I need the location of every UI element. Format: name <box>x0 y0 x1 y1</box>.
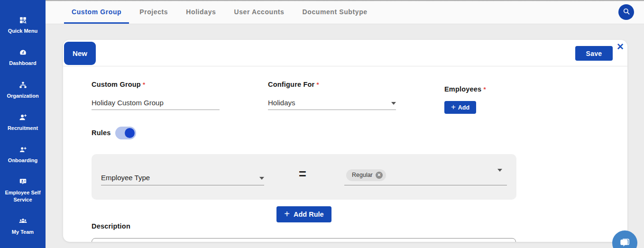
rules-label: Rules <box>92 129 111 137</box>
sidebar-item-label: My Team <box>12 229 34 235</box>
required-mark: * <box>143 81 145 88</box>
tab-user-accounts[interactable]: User Accounts <box>226 0 292 24</box>
sidebar-item-label: Organization <box>7 92 38 99</box>
organization-icon <box>19 81 27 89</box>
rule-operator: = <box>299 167 306 182</box>
chevron-down-icon <box>391 102 396 105</box>
sidebar-item-label: Dashboard <box>9 60 36 66</box>
sidebar: Quick Menu Dashboard Organization Recrui… <box>0 0 46 248</box>
sidebar-item-organization[interactable]: Organization <box>1 81 45 99</box>
custom-group-input[interactable]: Holiday Custom Group <box>92 97 220 110</box>
sidebar-item-my-team[interactable]: My Team <box>1 217 45 235</box>
sidebar-item-employee-self-service[interactable]: Employee Self Service <box>1 178 45 203</box>
custom-group-value: Holiday Custom Group <box>92 99 164 107</box>
configure-for-select[interactable]: Holidays <box>268 97 396 110</box>
person-plus-icon <box>19 113 27 121</box>
sidebar-item-dashboard[interactable]: Dashboard <box>1 48 45 66</box>
plus-icon: + <box>451 103 456 111</box>
configure-for-value: Holidays <box>268 99 295 107</box>
description-label: Description <box>92 222 130 230</box>
tab-custom-group[interactable]: Custom Group <box>64 0 129 24</box>
header-divider <box>63 66 627 66</box>
person-plus-icon <box>19 146 27 154</box>
sidebar-item-label: Recruitment <box>8 125 38 131</box>
rule-value-select[interactable]: Regular ✕ <box>344 164 507 185</box>
employees-label: Employees* <box>444 85 486 93</box>
rules-toggle[interactable] <box>115 127 136 139</box>
tab-projects[interactable]: Projects <box>132 0 175 24</box>
description-textarea[interactable] <box>92 238 516 242</box>
chip-label: Regular <box>352 172 373 178</box>
chip-remove-icon[interactable]: ✕ <box>376 172 383 179</box>
rule-field-select[interactable]: Employee Type <box>101 172 264 185</box>
sidebar-item-label: Employee Self Service <box>1 189 45 203</box>
chevron-down-icon <box>259 177 264 180</box>
sidebar-item-label: Quick Menu <box>8 28 37 34</box>
save-button[interactable]: Save <box>575 46 613 61</box>
chevron-down-icon <box>497 169 502 172</box>
sidebar-item-quick-menu[interactable]: Quick Menu <box>1 16 45 34</box>
add-employees-button[interactable]: + Add <box>444 101 476 114</box>
sidebar-item-onboarding[interactable]: Onboarding <box>1 146 45 164</box>
tab-document-subtype[interactable]: Document Subtype <box>295 0 375 24</box>
plus-icon: + <box>284 209 290 219</box>
toggle-thumb <box>125 128 135 138</box>
sidebar-item-recruitment[interactable]: Recruitment <box>1 113 45 131</box>
selected-value-chip: Regular ✕ <box>346 169 386 181</box>
sidebar-item-label: Onboarding <box>8 157 37 164</box>
quick-menu-icon <box>19 16 27 24</box>
people-group-icon <box>19 217 27 225</box>
new-record-tab[interactable]: New <box>64 42 96 65</box>
close-icon[interactable]: ✕ <box>615 41 626 53</box>
rule-row: Employee Type = Regular ✕ <box>92 154 516 200</box>
configure-for-label: Configure For* <box>268 81 319 88</box>
custom-group-label: Custom Group* <box>92 81 145 88</box>
rule-field-value: Employee Type <box>101 174 150 182</box>
search-icon <box>622 7 631 17</box>
chat-person-icon <box>19 178 27 186</box>
required-mark: * <box>316 81 319 88</box>
dashboard-icon <box>19 48 27 56</box>
tab-holidays[interactable]: Holidays <box>178 0 223 24</box>
top-tab-bar: Custom Group Projects Holidays User Acco… <box>46 0 644 24</box>
search-button[interactable] <box>618 4 634 20</box>
chat-bubble-icon <box>618 236 631 248</box>
custom-group-form-panel: New Save ✕ Custom Group* Holiday Custom … <box>63 40 627 242</box>
required-mark: * <box>483 86 486 93</box>
add-rule-button[interactable]: + Add Rule <box>276 206 331 222</box>
